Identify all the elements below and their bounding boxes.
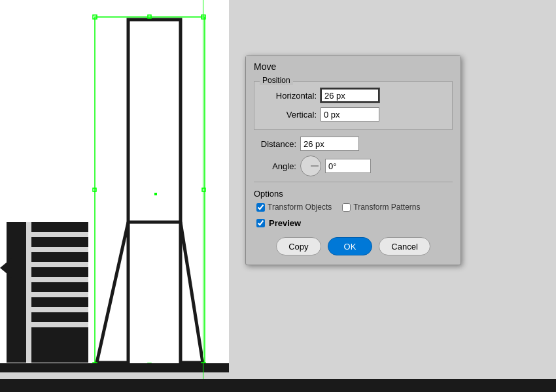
- button-row: Copy OK Cancel: [254, 237, 453, 255]
- svg-marker-2: [181, 222, 203, 363]
- horizontal-row: Horizontal:: [261, 88, 445, 103]
- horizontal-input[interactable]: [321, 88, 379, 103]
- svg-rect-21: [7, 222, 26, 363]
- transform-objects-checkbox[interactable]: [256, 203, 265, 212]
- svg-rect-12: [154, 193, 157, 195]
- transform-patterns-checkbox[interactable]: [342, 203, 351, 212]
- preview-row: Preview: [256, 218, 453, 228]
- illustration: [0, 0, 229, 392]
- distance-row: Distance:: [254, 137, 453, 151]
- divider: [254, 182, 453, 182]
- vertical-label: Vertical:: [261, 110, 317, 120]
- canvas-area: Move Position Horizontal: Vertical: Dist…: [0, 0, 556, 392]
- angle-dial[interactable]: [300, 155, 321, 176]
- options-section: Options Transform Objects Transform Patt…: [254, 189, 453, 212]
- angle-row: Angle:: [254, 155, 453, 176]
- svg-marker-23: [0, 258, 12, 278]
- transform-patterns-label: Transform Patterns: [353, 203, 420, 212]
- bottom-bar: [0, 379, 556, 392]
- svg-marker-1: [97, 222, 128, 363]
- ok-button[interactable]: OK: [328, 237, 373, 255]
- angle-line: [311, 166, 319, 167]
- transform-objects-item: Transform Objects: [256, 203, 332, 212]
- dialog-body: Position Horizontal: Vertical: Distance:: [246, 76, 460, 265]
- horizontal-label: Horizontal:: [261, 91, 317, 101]
- svg-rect-24: [0, 363, 229, 372]
- angle-label: Angle:: [254, 161, 296, 171]
- dialog-title: Move: [246, 56, 460, 76]
- position-legend: Position: [260, 76, 293, 85]
- vertical-row: Vertical:: [261, 107, 445, 122]
- transform-patterns-item: Transform Patterns: [342, 203, 420, 212]
- svg-rect-0: [128, 20, 181, 222]
- position-group: Position Horizontal: Vertical:: [254, 81, 453, 130]
- move-dialog: Move Position Horizontal: Vertical: Dist…: [245, 56, 461, 265]
- options-checkboxes: Transform Objects Transform Patterns: [256, 203, 453, 212]
- preview-checkbox[interactable]: [256, 219, 265, 227]
- angle-input[interactable]: [325, 159, 371, 173]
- copy-button[interactable]: Copy: [276, 237, 321, 255]
- guide-vertical: [203, 0, 203, 392]
- svg-rect-22: [26, 222, 31, 363]
- distance-input[interactable]: [300, 137, 359, 151]
- cancel-button[interactable]: Cancel: [379, 237, 430, 255]
- preview-label: Preview: [269, 218, 301, 228]
- options-label: Options: [254, 189, 453, 199]
- transform-objects-label: Transform Objects: [268, 203, 332, 212]
- distance-label: Distance:: [254, 139, 296, 149]
- vertical-input[interactable]: [321, 107, 379, 122]
